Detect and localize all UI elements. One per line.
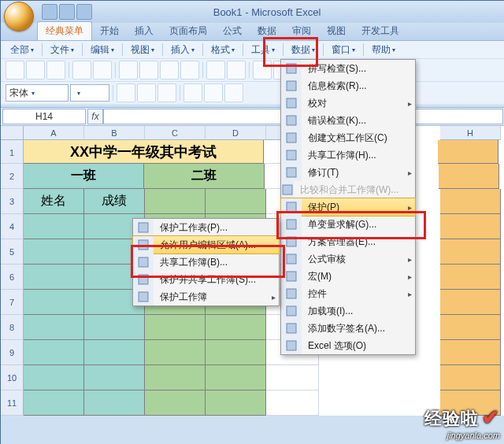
menu-item[interactable]: 方案管理器(E)... bbox=[281, 233, 415, 250]
audit-icon bbox=[281, 250, 302, 268]
menu-insert[interactable]: 插入▾ bbox=[166, 42, 199, 58]
menu-item[interactable]: 校对▸ bbox=[281, 94, 415, 112]
tab-developer[interactable]: 开发工具 bbox=[354, 22, 407, 40]
tab-home[interactable]: 开始 bbox=[92, 22, 127, 40]
title-cell[interactable]: XX中学一年级其中考试 bbox=[24, 140, 264, 164]
preview-icon[interactable] bbox=[93, 61, 112, 80]
menu-item[interactable]: 加载项(I)... bbox=[281, 302, 415, 320]
menu-item[interactable]: 拼写检查(S)... bbox=[281, 60, 415, 77]
name-box[interactable]: H14 bbox=[2, 109, 86, 124]
error-icon bbox=[281, 112, 302, 129]
menu-edit[interactable]: 编辑▾ bbox=[86, 42, 119, 58]
tab-view[interactable]: 视图 bbox=[319, 22, 354, 40]
menu-item[interactable]: 保护并共享工作簿(S)... bbox=[133, 271, 279, 288]
new-icon[interactable] bbox=[6, 61, 24, 80]
qat-save-icon[interactable] bbox=[42, 4, 57, 20]
menu-item[interactable]: 允许用户编辑区域(A)... bbox=[132, 235, 280, 254]
italic-icon[interactable] bbox=[137, 83, 156, 102]
menu-help[interactable]: 帮助▾ bbox=[367, 42, 400, 58]
paste-icon[interactable] bbox=[160, 61, 179, 80]
cell[interactable]: 一班 bbox=[24, 164, 144, 189]
svg-rect-20 bbox=[139, 275, 148, 284]
menu-data[interactable]: 数据▾ bbox=[287, 42, 320, 58]
cell[interactable] bbox=[145, 189, 206, 214]
tab-review[interactable]: 审阅 bbox=[284, 22, 319, 40]
save-icon[interactable] bbox=[46, 61, 65, 80]
row-header[interactable]: 4 bbox=[1, 214, 24, 239]
cell[interactable] bbox=[206, 189, 266, 214]
row-header[interactable]: 6 bbox=[1, 265, 24, 290]
svg-rect-21 bbox=[139, 292, 148, 302]
office-button[interactable] bbox=[4, 2, 34, 31]
row-header[interactable]: 11 bbox=[1, 390, 24, 416]
menu-item[interactable]: 公式审核▸ bbox=[281, 250, 415, 268]
menu-all[interactable]: 全部▾ bbox=[6, 42, 39, 58]
undo-icon[interactable] bbox=[206, 61, 225, 80]
menu-item[interactable]: 宏(M)▸ bbox=[281, 268, 415, 285]
tab-page-layout[interactable]: 页面布局 bbox=[161, 22, 215, 40]
menu-item[interactable]: 错误检查(K)... bbox=[281, 112, 415, 129]
menu-item[interactable]: 共享工作簿(B)... bbox=[133, 253, 279, 271]
menu-item[interactable]: 添加数字签名(A)... bbox=[281, 320, 415, 337]
tab-data[interactable]: 数据 bbox=[250, 22, 284, 40]
row-header[interactable]: 3 bbox=[1, 189, 24, 214]
format-painter-icon[interactable] bbox=[180, 61, 199, 80]
menu-item[interactable]: Excel 选项(O) bbox=[281, 337, 415, 354]
menu-item[interactable]: 创建文档工作区(C) bbox=[281, 129, 415, 146]
menu-item[interactable]: 共享工作簿(H)... bbox=[281, 146, 415, 164]
cut-icon[interactable] bbox=[119, 61, 138, 80]
print-icon[interactable] bbox=[72, 61, 91, 80]
fx-icon[interactable]: fx bbox=[87, 109, 103, 124]
font-size-combo[interactable]: ▾ bbox=[70, 84, 109, 102]
tab-insert[interactable]: 插入 bbox=[127, 22, 161, 40]
menu-item[interactable]: 单变量求解(G)... bbox=[281, 216, 415, 233]
row-header[interactable]: 10 bbox=[1, 365, 24, 390]
menu-item[interactable]: 保护工作表(P)... bbox=[133, 219, 279, 236]
menu-item[interactable]: 保护(P)▸ bbox=[280, 198, 416, 216]
menu-window[interactable]: 窗口▾ bbox=[327, 42, 360, 58]
svg-rect-13 bbox=[287, 289, 296, 298]
menu-item[interactable]: 控件▸ bbox=[281, 285, 415, 302]
menu-item-label: 添加数字签名(A)... bbox=[302, 322, 415, 335]
qat-redo-icon[interactable] bbox=[76, 4, 92, 20]
underline-icon[interactable] bbox=[158, 83, 176, 102]
redo-icon[interactable] bbox=[227, 61, 246, 80]
cell[interactable]: 成绩 bbox=[84, 189, 145, 214]
menu-format[interactable]: 格式▾ bbox=[206, 42, 239, 58]
col-header[interactable]: B bbox=[84, 126, 145, 140]
cell[interactable]: 二班 bbox=[144, 164, 265, 189]
menu-item[interactable]: 信息检索(R)... bbox=[281, 77, 415, 94]
row-header[interactable]: 9 bbox=[1, 340, 24, 365]
row-header[interactable]: 2 bbox=[1, 164, 24, 189]
menu-item[interactable]: 修订(T)▸ bbox=[281, 164, 415, 181]
submenu-arrow-icon: ▸ bbox=[404, 255, 415, 264]
formatting-toolbar: 宋体▾ ▾ bbox=[1, 81, 504, 104]
tab-classic-menu[interactable]: 经典菜单 bbox=[37, 21, 92, 40]
qat-undo-icon[interactable] bbox=[59, 4, 75, 20]
menu-item[interactable]: 保护工作簿▸ bbox=[133, 288, 279, 305]
bold-icon[interactable] bbox=[117, 83, 135, 102]
col-header[interactable]: D bbox=[206, 126, 266, 140]
row-header[interactable]: 5 bbox=[1, 239, 24, 265]
menu-tools[interactable]: 工具▾ bbox=[246, 42, 280, 58]
align-right-icon[interactable] bbox=[224, 83, 243, 102]
row-header[interactable]: 8 bbox=[1, 315, 24, 340]
menu-file[interactable]: 文件▾ bbox=[46, 42, 79, 58]
cell[interactable]: 姓名 bbox=[24, 189, 84, 214]
tab-formulas[interactable]: 公式 bbox=[215, 22, 250, 40]
row-header[interactable]: 1 bbox=[1, 140, 24, 164]
align-center-icon[interactable] bbox=[204, 83, 223, 102]
menu-view[interactable]: 视图▾ bbox=[126, 42, 159, 58]
sort-asc-icon[interactable] bbox=[253, 61, 272, 80]
col-header[interactable]: C bbox=[145, 126, 206, 140]
align-left-icon[interactable] bbox=[183, 83, 202, 102]
select-all-corner[interactable] bbox=[1, 126, 24, 140]
copy-icon[interactable] bbox=[139, 61, 158, 80]
menu-item[interactable]: 比较和合并工作簿(W)... bbox=[281, 181, 415, 198]
font-name-combo[interactable]: 宋体▾ bbox=[6, 84, 69, 102]
row-header[interactable]: 7 bbox=[1, 290, 24, 315]
col-header[interactable]: H bbox=[440, 126, 501, 140]
protect-icon bbox=[281, 198, 302, 216]
col-header[interactable]: A bbox=[24, 126, 84, 140]
open-icon[interactable] bbox=[26, 61, 45, 80]
